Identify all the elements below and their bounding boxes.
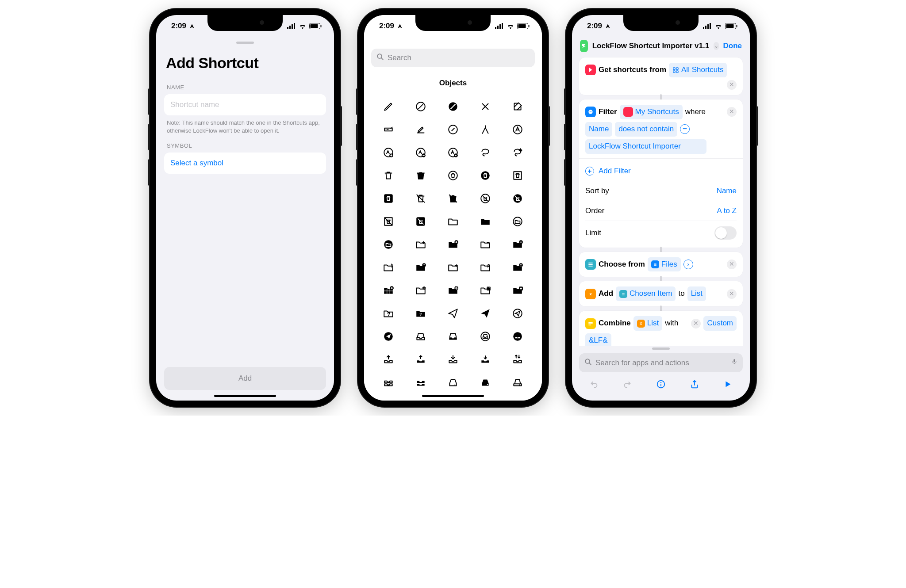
info-button[interactable]: [656, 379, 666, 391]
drafting-compass-icon[interactable]: [479, 123, 491, 136]
lasso-icon[interactable]: [479, 146, 491, 159]
tray-circle-icon[interactable]: [479, 330, 491, 343]
filter-value[interactable]: LockFlow Shortcut Importer: [585, 139, 706, 154]
add-filter-button[interactable]: + Add Filter: [585, 164, 737, 178]
drive-icon[interactable]: [447, 376, 459, 389]
trash-slash-icon[interactable]: [415, 192, 427, 205]
folder-icon[interactable]: [447, 215, 459, 228]
a-circle-minus-icon[interactable]: [415, 146, 427, 159]
trash-slash-fill-icon[interactable]: [447, 192, 459, 205]
trash-fill-icon[interactable]: [415, 169, 427, 182]
trash-icon[interactable]: [382, 169, 395, 182]
filter-field[interactable]: Name: [585, 122, 612, 137]
action-search-input[interactable]: Search for apps and actions: [579, 353, 743, 372]
tray-arrow-up-icon[interactable]: [382, 353, 395, 366]
trash-slash-square-icon[interactable]: [382, 215, 395, 228]
delete-action-icon[interactable]: ✕: [691, 319, 701, 328]
filter-operator[interactable]: does not contain: [615, 122, 677, 137]
folder-badge-question-icon[interactable]: [382, 261, 395, 274]
done-button[interactable]: Done: [723, 42, 742, 50]
folder-fill-badge-person-icon[interactable]: [511, 261, 524, 274]
a-circle-plus-icon[interactable]: [382, 146, 395, 159]
param-list[interactable]: x List: [633, 316, 662, 331]
trash-circle-icon[interactable]: [447, 169, 459, 182]
question-folder-fill-icon[interactable]: ?: [415, 307, 427, 320]
circle-pencil-icon[interactable]: [447, 123, 459, 136]
action-get-shortcuts[interactable]: Get shortcuts from All Shortcuts ✕: [579, 57, 743, 95]
folder-fill-badge-question-icon[interactable]: ?: [415, 261, 427, 274]
select-symbol-button[interactable]: Select a symbol: [164, 153, 326, 174]
tray-arrow-down-fill-icon[interactable]: [479, 353, 491, 366]
trash-square-fill-icon[interactable]: [382, 192, 395, 205]
folder-grid-badge-plus-icon[interactable]: [382, 284, 395, 297]
slash-circle-fill-icon[interactable]: [447, 100, 459, 113]
folder-fill-badge-plus-icon[interactable]: [447, 238, 459, 251]
search-input[interactable]: Search: [371, 49, 535, 67]
drive-alt-icon[interactable]: [511, 376, 524, 389]
folder-plus-square-icon[interactable]: [479, 284, 491, 297]
order-value[interactable]: A to Z: [717, 206, 737, 215]
home-indicator[interactable]: [214, 395, 276, 397]
param-chosen-item[interactable]: ≡ Chosen Item: [616, 286, 676, 301]
undo-button[interactable]: [589, 379, 599, 391]
cross-sticks-icon[interactable]: [479, 100, 491, 113]
trash-slash-square-fill-icon[interactable]: [415, 215, 427, 228]
share-button[interactable]: [690, 379, 699, 391]
delete-action-icon[interactable]: ✕: [727, 107, 737, 117]
tray-2-fill-icon[interactable]: [415, 376, 427, 389]
trash-slash-circle-fill-icon[interactable]: [511, 192, 524, 205]
folder-badge-arrow-icon[interactable]: [447, 261, 459, 274]
trash-square-icon[interactable]: [511, 169, 524, 182]
lasso-sparkle-icon[interactable]: [511, 146, 524, 159]
folder-badge-plus-icon[interactable]: [415, 238, 427, 251]
square-pencil-icon[interactable]: [511, 100, 524, 113]
paperplane-icon[interactable]: [447, 307, 459, 320]
remove-condition-icon[interactable]: −: [680, 124, 690, 134]
folder-fill-plus-square-icon[interactable]: [511, 284, 524, 297]
pencil-underline-icon[interactable]: [415, 123, 427, 136]
tray-both-icon[interactable]: [511, 353, 524, 366]
dots-rect-icon[interactable]: [382, 123, 395, 136]
pencil-icon[interactable]: [382, 100, 395, 113]
shortcut-title[interactable]: LockFlow Shortcut Importer v1.1: [592, 42, 710, 50]
folder-badge-person-icon[interactable]: [479, 261, 491, 274]
folder-circle-fill-icon[interactable]: [382, 238, 395, 251]
action-combine-text[interactable]: Combine x List with ✕ Custom &LF&: [579, 311, 743, 346]
folder-badge-gear-icon[interactable]: [415, 284, 427, 297]
action-add-to-list[interactable]: x Add ≡ Chosen Item to List ✕: [579, 281, 743, 306]
param-files[interactable]: ≡ Files: [648, 257, 681, 272]
tray-fill-icon[interactable]: [447, 330, 459, 343]
drive-arrow-icon[interactable]: [479, 399, 491, 401]
title-menu-chevron-icon[interactable]: ⌄: [714, 42, 718, 50]
drive-minus-icon[interactable]: [415, 399, 427, 401]
folder-fill-badge-gear-icon[interactable]: [447, 284, 459, 297]
tray-2-icon[interactable]: [382, 376, 395, 389]
limit-toggle[interactable]: [714, 226, 737, 240]
tray-circle-fill-icon[interactable]: [511, 330, 524, 343]
run-button[interactable]: [723, 379, 733, 391]
param-source[interactable]: My Shortcuts: [620, 105, 683, 119]
redo-button[interactable]: [622, 379, 632, 391]
tray-arrow-down-icon[interactable]: [447, 353, 459, 366]
drive-plus-icon[interactable]: [382, 399, 395, 401]
folder-fill-icon[interactable]: [479, 215, 491, 228]
trash-circle-fill-icon[interactable]: [479, 169, 491, 182]
delete-action-icon[interactable]: ✕: [727, 80, 737, 90]
tray-arrow-up-fill-icon[interactable]: [415, 353, 427, 366]
paperplane-circle-icon[interactable]: [511, 307, 524, 320]
paperplane-circle-fill-icon[interactable]: [382, 330, 395, 343]
shortcut-name-input[interactable]: Shortcut name: [164, 94, 326, 115]
paperplane-fill-icon[interactable]: [479, 307, 491, 320]
add-button[interactable]: Add: [164, 367, 326, 390]
action-choose-from[interactable]: Choose from ≡ Files › ✕: [579, 252, 743, 277]
a-circle-arrow-icon[interactable]: [447, 146, 459, 159]
drive-slash-icon[interactable]: [447, 399, 459, 401]
home-indicator[interactable]: [422, 395, 484, 397]
param-folder[interactable]: All Shortcuts: [669, 63, 727, 77]
question-folder-icon[interactable]: [382, 307, 395, 320]
delete-action-icon[interactable]: ✕: [727, 289, 737, 299]
dictate-icon[interactable]: [731, 358, 737, 368]
shortcut-glyph-icon[interactable]: [580, 40, 588, 52]
action-filter[interactable]: Filter My Shortcuts where ✕ Name does no…: [579, 99, 743, 248]
a-circle-icon[interactable]: [511, 123, 524, 136]
